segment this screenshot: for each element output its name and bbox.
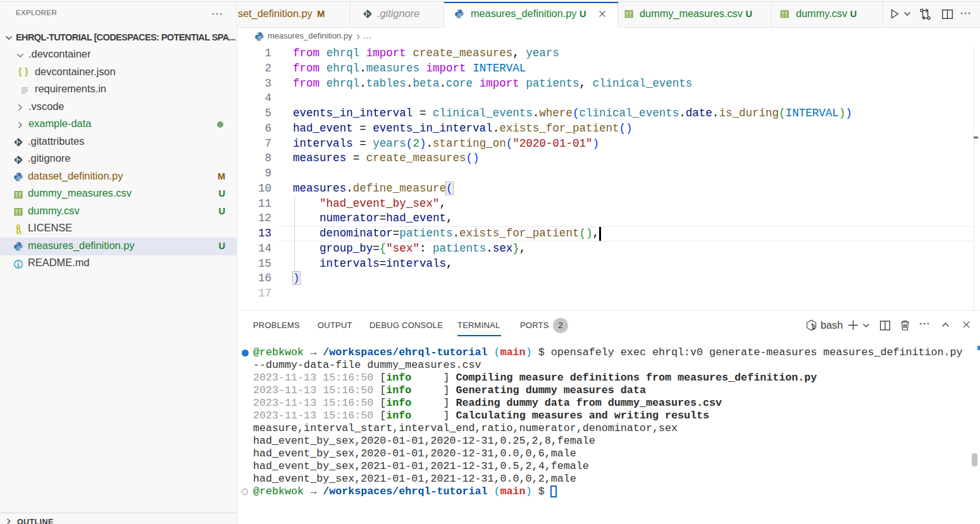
svg-text:$: $ [812, 325, 815, 329]
